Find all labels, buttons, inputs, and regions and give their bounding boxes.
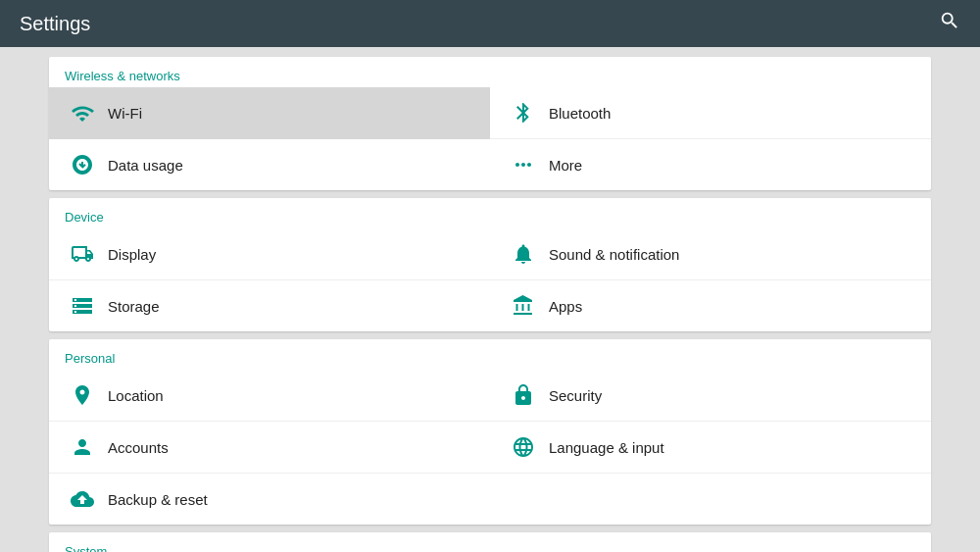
security-label: Security — [549, 387, 602, 404]
language-label: Language & input — [549, 439, 664, 456]
apps-label: Apps — [549, 298, 582, 315]
data-usage-label: Data usage — [108, 157, 183, 174]
settings-item-language[interactable]: Language & input — [490, 422, 931, 474]
section-wireless: Wireless & networks Wi-Fi Bluetooth Data… — [49, 57, 931, 190]
language-icon — [506, 435, 541, 459]
location-icon — [65, 383, 100, 407]
section-header-wireless: Wireless & networks — [49, 57, 931, 87]
wifi-icon — [65, 102, 100, 125]
search-icon[interactable] — [939, 10, 960, 37]
data-usage-icon — [65, 153, 100, 176]
content-area: Wireless & networks Wi-Fi Bluetooth Data… — [0, 47, 980, 552]
backup-label: Backup & reset — [108, 491, 208, 508]
security-icon — [506, 383, 541, 407]
bluetooth-label: Bluetooth — [549, 105, 611, 122]
bluetooth-icon — [506, 101, 541, 125]
section-personal: Personal Location Security Accounts — [49, 339, 931, 525]
more-label: More — [549, 157, 582, 174]
settings-item-more[interactable]: More — [490, 139, 931, 190]
settings-item-security[interactable]: Security — [490, 370, 931, 422]
settings-item-sound[interactable]: Sound & notification — [490, 228, 931, 280]
settings-item-bluetooth[interactable]: Bluetooth — [490, 87, 931, 139]
settings-item-wifi[interactable]: Wi-Fi — [49, 87, 490, 139]
accounts-icon — [65, 435, 100, 459]
settings-item-display[interactable]: Display — [49, 228, 490, 280]
settings-item-accounts[interactable]: Accounts — [49, 422, 490, 474]
apps-icon — [506, 294, 541, 318]
section-header-personal: Personal — [49, 339, 931, 370]
settings-item-backup[interactable]: Backup & reset — [49, 474, 931, 525]
display-icon — [65, 242, 100, 266]
storage-label: Storage — [108, 298, 160, 315]
section-header-system: System — [49, 532, 931, 552]
settings-item-data-usage[interactable]: Data usage — [49, 139, 490, 190]
topbar: Settings — [0, 0, 980, 47]
sound-label: Sound & notification — [549, 246, 679, 263]
wifi-label: Wi-Fi — [108, 105, 142, 122]
section-device: Device Display Sound & notification Stor… — [49, 198, 931, 331]
backup-icon — [65, 487, 100, 511]
display-label: Display — [108, 246, 156, 263]
section-system: System — [49, 532, 931, 552]
app-title: Settings — [20, 13, 90, 35]
section-header-device: Device — [49, 198, 931, 228]
settings-item-apps[interactable]: Apps — [490, 280, 931, 331]
settings-item-storage[interactable]: Storage — [49, 280, 490, 331]
settings-item-location[interactable]: Location — [49, 370, 490, 422]
location-label: Location — [108, 387, 164, 404]
more-icon — [506, 153, 541, 176]
storage-icon — [65, 294, 100, 318]
sound-icon — [506, 242, 541, 266]
accounts-label: Accounts — [108, 439, 169, 456]
